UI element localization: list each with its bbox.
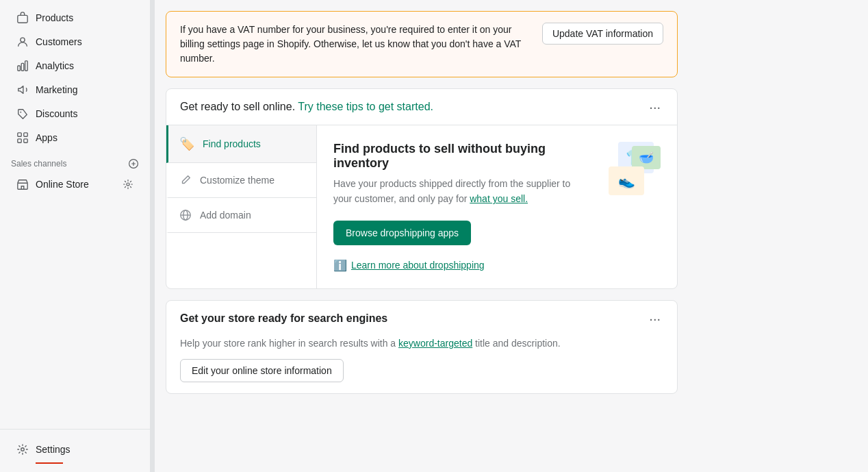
svg-rect-7 bbox=[24, 133, 27, 136]
tips-card: Get ready to sell online. Try these tips… bbox=[166, 88, 678, 289]
tips-text-block: Find products to sell without buying inv… bbox=[333, 142, 578, 272]
keyword-link[interactable]: keyword-targeted bbox=[398, 338, 472, 349]
sidebar-item-apps[interactable]: Apps bbox=[5, 126, 144, 149]
seo-header: Get your store ready for search engines … bbox=[166, 301, 677, 336]
tips-content-inner: Find products to sell without buying inv… bbox=[333, 142, 661, 272]
svg-rect-8 bbox=[18, 139, 21, 142]
sidebar: Products Customers Analytics Marketing D bbox=[0, 0, 151, 472]
browse-dropshipping-button[interactable]: Browse dropshipping apps bbox=[333, 221, 471, 245]
learn-more-section: ℹ️ Learn more about dropshipping bbox=[333, 259, 578, 272]
online-store-label: Online Store bbox=[36, 179, 116, 190]
tips-content: Find products to sell without buying inv… bbox=[317, 125, 677, 288]
vat-banner: If you have a VAT number for your busine… bbox=[166, 11, 678, 77]
sidebar-item-products[interactable]: Products bbox=[5, 6, 144, 29]
settings-icon-small[interactable] bbox=[123, 179, 133, 190]
person-icon bbox=[16, 36, 29, 48]
sidebar-item-customers[interactable]: Customers bbox=[5, 30, 144, 53]
find-products-label: Find products bbox=[203, 138, 261, 149]
grid-icon bbox=[16, 132, 29, 144]
bar-chart-icon bbox=[16, 60, 29, 72]
info-icon: ℹ️ bbox=[333, 259, 347, 272]
sidebar-item-products-label: Products bbox=[36, 12, 73, 23]
sales-channels-label: Sales channels bbox=[11, 159, 66, 169]
sidebar-item-customers-label: Customers bbox=[36, 36, 82, 47]
svg-point-13 bbox=[21, 448, 25, 451]
tips-header: Get ready to sell online. Try these tips… bbox=[166, 89, 677, 125]
sidebar-item-analytics[interactable]: Analytics bbox=[5, 54, 144, 77]
seo-actions: Edit your online store information bbox=[166, 359, 677, 393]
svg-rect-4 bbox=[25, 61, 28, 71]
learn-more-link[interactable]: Learn more about dropshipping bbox=[351, 260, 485, 271]
main-content: If you have a VAT number for your busine… bbox=[155, 0, 868, 472]
sidebar-item-discounts-label: Discounts bbox=[36, 108, 77, 119]
tips-title-start: Get ready to sell online. bbox=[180, 101, 295, 112]
shoe-image: 👟 bbox=[609, 166, 644, 195]
svg-point-1 bbox=[21, 38, 25, 42]
sidebar-item-marketing[interactable]: Marketing bbox=[5, 78, 144, 101]
update-vat-button[interactable]: Update VAT information bbox=[542, 23, 663, 45]
tips-body: 🏷️ Find products Customize theme Ad bbox=[166, 125, 677, 288]
settings-label: Settings bbox=[36, 444, 71, 455]
svg-point-12 bbox=[127, 183, 129, 186]
megaphone-icon bbox=[16, 84, 29, 96]
sidebar-item-settings[interactable]: Settings bbox=[5, 438, 144, 461]
sidebar-item-marketing-label: Marketing bbox=[36, 84, 77, 95]
vat-message: If you have a VAT number for your busine… bbox=[180, 23, 531, 66]
tips-content-desc: Have your products shipped directly from… bbox=[333, 176, 578, 207]
seo-more-button[interactable]: ··· bbox=[646, 312, 663, 325]
add-domain-icon bbox=[179, 209, 192, 221]
online-store-actions bbox=[123, 179, 133, 190]
sidebar-item-discounts[interactable]: Discounts bbox=[5, 102, 144, 125]
tips-title: Get ready to sell online. Try these tips… bbox=[180, 101, 433, 113]
customize-theme-icon bbox=[179, 174, 192, 186]
sidebar-item-online-store[interactable]: Online Store bbox=[5, 173, 144, 196]
tag-icon bbox=[16, 108, 29, 120]
add-sales-channel-icon[interactable] bbox=[128, 158, 139, 169]
seo-description: Help your store rank higher in search re… bbox=[166, 336, 677, 359]
sidebar-item-analytics-label: Analytics bbox=[36, 60, 74, 71]
svg-rect-0 bbox=[18, 15, 27, 23]
tips-more-button[interactable]: ··· bbox=[646, 100, 663, 114]
sidebar-item-apps-label: Apps bbox=[36, 132, 58, 143]
tip-tab-find-products[interactable]: 🏷️ Find products bbox=[166, 125, 316, 163]
svg-point-5 bbox=[20, 112, 21, 113]
find-products-icon: 🏷️ bbox=[179, 136, 194, 151]
svg-rect-2 bbox=[18, 66, 21, 71]
tip-tab-add-domain[interactable]: Add domain bbox=[166, 198, 316, 233]
seo-title: Get your store ready for search engines bbox=[180, 312, 387, 325]
store-icon bbox=[16, 178, 29, 190]
svg-rect-9 bbox=[24, 139, 27, 142]
sidebar-nav: Products Customers Analytics Marketing D bbox=[0, 0, 150, 429]
edit-store-info-button[interactable]: Edit your online store information bbox=[180, 359, 344, 382]
tip-tab-customize-theme[interactable]: Customize theme bbox=[166, 163, 316, 198]
what-you-sell-link[interactable]: what you sell. bbox=[470, 193, 528, 204]
seo-card: Get your store ready for search engines … bbox=[166, 300, 678, 394]
product-illustration: 👕 🥣 👟 bbox=[592, 142, 661, 197]
gear-icon bbox=[16, 443, 29, 456]
main-inner: If you have a VAT number for your busine… bbox=[155, 0, 689, 416]
add-domain-label: Add domain bbox=[200, 210, 251, 221]
tips-tab-sidebar: 🏷️ Find products Customize theme Ad bbox=[166, 125, 317, 288]
settings-underline bbox=[36, 462, 63, 464]
customize-theme-label: Customize theme bbox=[200, 175, 275, 186]
sidebar-bottom: Settings bbox=[0, 429, 150, 472]
svg-rect-3 bbox=[21, 63, 24, 71]
svg-rect-6 bbox=[18, 133, 21, 136]
box-icon bbox=[16, 12, 29, 24]
bowl-image: 🥣 bbox=[632, 146, 661, 169]
tips-content-title: Find products to sell without buying inv… bbox=[333, 142, 578, 171]
tips-title-highlight: Try these tips to get started. bbox=[298, 101, 433, 112]
sales-channels-section: Sales channels bbox=[0, 150, 150, 172]
